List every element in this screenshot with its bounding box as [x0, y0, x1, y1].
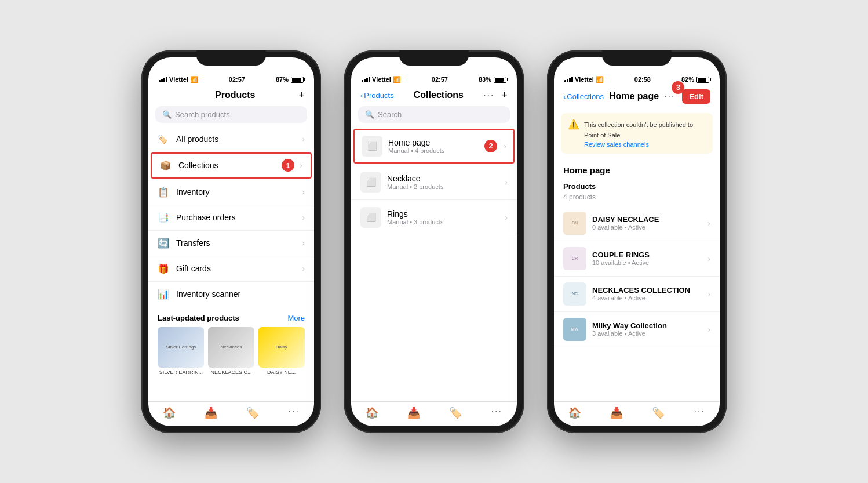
wifi-icon-3: 📶: [596, 76, 604, 83]
thumb-label-daisy: DAISY NE...: [258, 369, 305, 375]
thumb-necklaces[interactable]: Necklaces NECKLACES C...: [208, 327, 255, 375]
products-tab-icon-1: 🏷️: [246, 406, 259, 419]
more-tab-icon-3: ···: [694, 406, 705, 417]
product-row-daisy-necklace[interactable]: DN DAISY NECKLACE 0 available • Active ›: [554, 206, 720, 241]
thumb-label-necklace: NECKLACES C...: [208, 369, 255, 375]
products-tab-icon-3: 🏷️: [652, 406, 665, 419]
products-count: 4 products: [554, 193, 720, 206]
menu-item-inventory[interactable]: 📋 Inventory ›: [148, 180, 314, 205]
more-tab-icon-1: ···: [289, 406, 300, 417]
products-list: DN DAISY NECKLACE 0 available • Active ›…: [554, 206, 720, 401]
carrier-2: Viettel: [372, 76, 391, 83]
phone-3: Viettel 📶 02:58 82% ‹ Collections Home p…: [547, 50, 727, 433]
tab-home-2[interactable]: 🏠: [366, 406, 378, 419]
chevron-gift-cards: ›: [302, 264, 305, 273]
back-button-3[interactable]: ‹ Collections: [563, 92, 604, 101]
search-bar-2[interactable]: 🔍 Search: [358, 106, 510, 123]
prod-sub-necklaces-collection: 4 available • Active: [592, 295, 707, 302]
add-icon-1[interactable]: +: [298, 89, 305, 101]
chevron-collections: ›: [300, 161, 302, 170]
tab-products-1[interactable]: 🏷️: [246, 406, 259, 419]
notch-1: [196, 50, 266, 66]
edit-button[interactable]: Edit: [682, 89, 710, 104]
last-updated-section: Last-updated products More Silver Earrin…: [148, 307, 314, 379]
page-title-3: Home page: [609, 91, 659, 101]
phone-2: Viettel 📶 02:57 83% ‹ Products Collectio…: [344, 50, 524, 433]
collection-item-rings[interactable]: ⬜ Rings Manual • 3 products ›: [351, 200, 517, 235]
tab-products-3[interactable]: 🏷️: [652, 406, 665, 419]
home-tab-icon-3: 🏠: [568, 406, 581, 419]
product-row-couple-rings[interactable]: CR COUPLE RINGS 10 available • Active ›: [554, 241, 720, 277]
products-tab-icon-2: 🏷️: [449, 406, 462, 419]
inventory-label: Inventory: [176, 187, 302, 197]
screen-2: Viettel 📶 02:57 83% ‹ Products Collectio…: [351, 57, 517, 426]
search-placeholder-2: Search: [378, 110, 402, 119]
screen-1: Viettel 📶 02:57 87% Products + 🔍 Search …: [148, 57, 314, 426]
menu-item-inventory-scanner[interactable]: 📊 Inventory scanner: [148, 282, 314, 307]
tab-more-3[interactable]: ···: [694, 406, 705, 419]
battery-icon-1: [291, 77, 304, 83]
menu-item-purchase-orders[interactable]: 📑 Purchase orders ›: [148, 205, 314, 231]
inventory-scanner-label: Inventory scanner: [176, 289, 305, 299]
gift-cards-icon: 🎁: [158, 263, 170, 274]
tab-bar-3: 🏠 📥 🏷️ ···: [554, 401, 720, 426]
purchase-orders-label: Purchase orders: [176, 213, 302, 222]
menu-item-gift-cards[interactable]: 🎁 Gift cards ›: [148, 256, 314, 282]
nav-actions-2: ··· +: [483, 89, 508, 101]
tab-products-2[interactable]: 🏷️: [449, 406, 462, 419]
thumb-daisy[interactable]: Daisy DAISY NE...: [258, 327, 305, 375]
thumb-img-silver: Silver Earrings: [158, 327, 204, 368]
all-products-label: All products: [176, 135, 302, 144]
page-title-2: Collections: [414, 90, 464, 100]
chevron-necklace: ›: [505, 177, 508, 187]
coll-icon-homepage: ⬜: [362, 136, 382, 157]
gift-cards-label: Gift cards: [176, 264, 302, 273]
status-left-2: Viettel 📶: [362, 76, 401, 83]
tab-more-2[interactable]: ···: [491, 406, 502, 419]
wifi-icon-1: 📶: [190, 76, 198, 83]
search-placeholder-1: Search products: [175, 110, 230, 119]
menu-item-transfers[interactable]: 🔄 Transfers ›: [148, 231, 314, 256]
coll-info-necklace: Necklace Manual • 2 products: [387, 174, 505, 190]
tab-more-1[interactable]: ···: [289, 406, 300, 419]
purchase-orders-icon: 📑: [158, 212, 170, 223]
warning-text: This collection couldn't be published to…: [584, 121, 693, 139]
collection-item-necklace[interactable]: ⬜ Necklace Manual • 2 products ›: [351, 165, 517, 200]
review-sales-channels-link[interactable]: Review sales channels: [584, 141, 706, 148]
collections-icon: 📦: [160, 160, 173, 171]
chevron-purchase-orders: ›: [302, 213, 305, 222]
chevron-inventory: ›: [302, 187, 305, 197]
dots-icon-2[interactable]: ···: [483, 90, 494, 100]
collection-section-title: Home page: [554, 158, 720, 177]
step-badge-1: 1: [282, 159, 294, 172]
product-row-necklaces-collection[interactable]: NC NECKLACES COLLECTION 4 available • Ac…: [554, 277, 720, 312]
search-bar-1[interactable]: 🔍 Search products: [155, 106, 307, 123]
tab-orders-3[interactable]: 📥: [610, 406, 623, 419]
thumb-img-necklace: Necklaces: [208, 327, 254, 368]
thumb-img-daisy: Daisy: [258, 327, 305, 368]
status-right-1: 87%: [276, 76, 304, 83]
prod-info-couple-rings: COUPLE RINGS 10 available • Active: [592, 250, 707, 266]
screen-3: Viettel 📶 02:58 82% ‹ Collections Home p…: [554, 57, 720, 426]
status-left-1: Viettel 📶: [159, 76, 198, 83]
search-icon-1: 🔍: [162, 110, 172, 119]
chevron-transfers: ›: [302, 238, 305, 248]
menu-item-all-products[interactable]: 🏷️ All products ›: [148, 128, 314, 151]
tab-orders-2[interactable]: 📥: [407, 406, 420, 419]
battery-pct-2: 83%: [479, 76, 491, 83]
coll-sub-rings: Manual • 3 products: [387, 219, 505, 226]
back-button-2[interactable]: ‹ Products: [360, 91, 394, 100]
tab-home-1[interactable]: 🏠: [163, 406, 176, 419]
page-title-1: Products: [215, 90, 255, 100]
tab-orders-1[interactable]: 📥: [205, 406, 217, 419]
add-icon-2[interactable]: +: [501, 89, 508, 101]
thumb-silver-earrings[interactable]: Silver Earrings SILVER EARRIN...: [158, 327, 205, 375]
more-link[interactable]: More: [287, 314, 305, 322]
chevron-daisy: ›: [707, 219, 710, 228]
product-row-milky-way[interactable]: MW Milky Way Collection 3 available • Ac…: [554, 312, 720, 347]
menu-list-1: 🏷️ All products › 📦 Collections › 1 📋 In…: [148, 128, 314, 401]
prod-name-couple-rings: COUPLE RINGS: [592, 250, 707, 259]
tab-home-3[interactable]: 🏠: [568, 406, 581, 419]
prod-thumb-milky-way: MW: [563, 318, 586, 341]
carrier-3: Viettel: [575, 76, 594, 83]
